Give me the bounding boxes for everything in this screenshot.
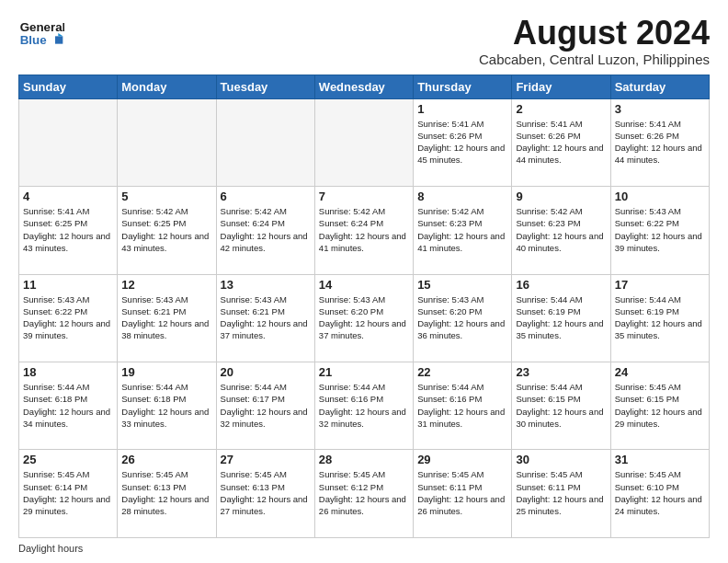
day-number: 4 (23, 190, 113, 203)
day-info: Sunrise: 5:43 AM Sunset: 6:20 PM Dayligh… (417, 293, 507, 342)
calendar-week-4: 18Sunrise: 5:44 AM Sunset: 6:18 PM Dayli… (19, 362, 710, 450)
day-number: 27 (221, 453, 311, 466)
calendar-cell: 24Sunrise: 5:45 AM Sunset: 6:15 PM Dayli… (610, 362, 709, 450)
calendar-cell: 3Sunrise: 5:41 AM Sunset: 6:26 PM Daylig… (610, 98, 709, 186)
calendar-week-2: 4Sunrise: 5:41 AM Sunset: 6:25 PM Daylig… (19, 187, 710, 274)
main-title: August 2024 (479, 15, 710, 52)
day-info: Sunrise: 5:45 AM Sunset: 6:13 PM Dayligh… (221, 468, 311, 517)
calendar-header-friday: Friday (512, 75, 610, 98)
svg-text:Blue: Blue (20, 33, 47, 47)
calendar-header-sunday: Sunday (19, 75, 118, 98)
day-number: 25 (23, 453, 113, 466)
calendar-cell: 12Sunrise: 5:43 AM Sunset: 6:21 PM Dayli… (118, 274, 216, 362)
day-info: Sunrise: 5:45 AM Sunset: 6:11 PM Dayligh… (417, 468, 507, 517)
day-info: Sunrise: 5:43 AM Sunset: 6:22 PM Dayligh… (615, 205, 705, 254)
calendar-cell: 5Sunrise: 5:42 AM Sunset: 6:25 PM Daylig… (118, 187, 216, 274)
day-info: Sunrise: 5:45 AM Sunset: 6:10 PM Dayligh… (615, 468, 705, 517)
day-number: 18 (23, 365, 113, 379)
calendar-cell: 25Sunrise: 5:45 AM Sunset: 6:14 PM Dayli… (19, 450, 118, 538)
calendar-cell: 17Sunrise: 5:44 AM Sunset: 6:19 PM Dayli… (610, 274, 709, 362)
calendar-cell: 11Sunrise: 5:43 AM Sunset: 6:22 PM Dayli… (19, 274, 118, 362)
calendar-week-3: 11Sunrise: 5:43 AM Sunset: 6:22 PM Dayli… (19, 274, 710, 362)
calendar-cell: 4Sunrise: 5:41 AM Sunset: 6:25 PM Daylig… (19, 187, 118, 274)
calendar-cell: 23Sunrise: 5:44 AM Sunset: 6:15 PM Dayli… (512, 362, 610, 450)
header: General Blue August 2024 Cabcaben, Centr… (18, 15, 710, 67)
day-number: 8 (417, 190, 507, 203)
day-info: Sunrise: 5:43 AM Sunset: 6:21 PM Dayligh… (121, 293, 211, 342)
day-number: 29 (417, 453, 507, 466)
day-number: 3 (615, 102, 705, 116)
page: General Blue August 2024 Cabcaben, Centr… (0, 0, 728, 563)
day-info: Sunrise: 5:42 AM Sunset: 6:25 PM Dayligh… (121, 205, 211, 254)
day-info: Sunrise: 5:41 AM Sunset: 6:26 PM Dayligh… (516, 118, 606, 167)
day-info: Sunrise: 5:43 AM Sunset: 6:21 PM Dayligh… (221, 293, 311, 342)
day-number: 23 (516, 365, 606, 379)
title-block: August 2024 Cabcaben, Central Luzon, Phi… (479, 15, 710, 67)
day-number: 5 (121, 190, 211, 203)
calendar-cell: 8Sunrise: 5:42 AM Sunset: 6:23 PM Daylig… (414, 187, 512, 274)
calendar-cell: 18Sunrise: 5:44 AM Sunset: 6:18 PM Dayli… (19, 362, 118, 450)
day-number: 2 (516, 102, 606, 116)
calendar-cell: 1Sunrise: 5:41 AM Sunset: 6:26 PM Daylig… (414, 98, 512, 186)
day-number: 19 (121, 365, 211, 379)
footer: Daylight hours (18, 543, 710, 554)
day-number: 28 (319, 453, 409, 466)
day-info: Sunrise: 5:44 AM Sunset: 6:16 PM Dayligh… (319, 381, 409, 430)
daylight-label: Daylight hours (18, 543, 83, 554)
logo-icon: General Blue (18, 15, 64, 52)
day-number: 17 (615, 278, 705, 292)
svg-marker-2 (55, 36, 63, 43)
calendar-cell: 21Sunrise: 5:44 AM Sunset: 6:16 PM Dayli… (314, 362, 413, 450)
calendar-cell (19, 98, 118, 186)
day-info: Sunrise: 5:41 AM Sunset: 6:26 PM Dayligh… (615, 118, 705, 167)
calendar-cell (216, 98, 314, 186)
calendar-cell: 29Sunrise: 5:45 AM Sunset: 6:11 PM Dayli… (414, 450, 512, 538)
calendar-header-tuesday: Tuesday (216, 75, 314, 98)
calendar-cell: 19Sunrise: 5:44 AM Sunset: 6:18 PM Dayli… (118, 362, 216, 450)
day-number: 30 (516, 453, 606, 466)
day-info: Sunrise: 5:44 AM Sunset: 6:15 PM Dayligh… (516, 381, 606, 430)
day-info: Sunrise: 5:45 AM Sunset: 6:11 PM Dayligh… (516, 468, 606, 517)
calendar-cell: 7Sunrise: 5:42 AM Sunset: 6:24 PM Daylig… (314, 187, 413, 274)
calendar-cell: 9Sunrise: 5:42 AM Sunset: 6:23 PM Daylig… (512, 187, 610, 274)
day-info: Sunrise: 5:42 AM Sunset: 6:24 PM Dayligh… (319, 205, 409, 254)
day-number: 10 (615, 190, 705, 203)
calendar-week-5: 25Sunrise: 5:45 AM Sunset: 6:14 PM Dayli… (19, 450, 710, 538)
calendar-cell: 22Sunrise: 5:44 AM Sunset: 6:16 PM Dayli… (414, 362, 512, 450)
day-info: Sunrise: 5:44 AM Sunset: 6:18 PM Dayligh… (23, 381, 113, 430)
day-number: 7 (319, 190, 409, 203)
day-number: 15 (417, 278, 507, 292)
day-info: Sunrise: 5:44 AM Sunset: 6:17 PM Dayligh… (221, 381, 311, 430)
day-number: 1 (417, 102, 507, 116)
calendar-week-1: 1Sunrise: 5:41 AM Sunset: 6:26 PM Daylig… (19, 98, 710, 186)
day-number: 24 (615, 365, 705, 379)
day-info: Sunrise: 5:45 AM Sunset: 6:15 PM Dayligh… (615, 381, 705, 430)
day-number: 9 (516, 190, 606, 203)
calendar-header-wednesday: Wednesday (314, 75, 413, 98)
calendar-cell: 2Sunrise: 5:41 AM Sunset: 6:26 PM Daylig… (512, 98, 610, 186)
calendar-cell (118, 98, 216, 186)
day-info: Sunrise: 5:42 AM Sunset: 6:23 PM Dayligh… (516, 205, 606, 254)
day-number: 20 (221, 365, 311, 379)
calendar-cell: 28Sunrise: 5:45 AM Sunset: 6:12 PM Dayli… (314, 450, 413, 538)
calendar-cell: 27Sunrise: 5:45 AM Sunset: 6:13 PM Dayli… (216, 450, 314, 538)
day-info: Sunrise: 5:42 AM Sunset: 6:23 PM Dayligh… (417, 205, 507, 254)
day-number: 26 (121, 453, 211, 466)
day-info: Sunrise: 5:44 AM Sunset: 6:18 PM Dayligh… (121, 381, 211, 430)
calendar-header-row: SundayMondayTuesdayWednesdayThursdayFrid… (19, 75, 710, 98)
day-info: Sunrise: 5:42 AM Sunset: 6:24 PM Dayligh… (221, 205, 311, 254)
day-info: Sunrise: 5:45 AM Sunset: 6:12 PM Dayligh… (319, 468, 409, 517)
calendar-cell: 10Sunrise: 5:43 AM Sunset: 6:22 PM Dayli… (610, 187, 709, 274)
day-number: 12 (121, 278, 211, 292)
day-info: Sunrise: 5:44 AM Sunset: 6:19 PM Dayligh… (516, 293, 606, 342)
day-info: Sunrise: 5:45 AM Sunset: 6:13 PM Dayligh… (121, 468, 211, 517)
logo: General Blue (18, 15, 64, 52)
day-number: 22 (417, 365, 507, 379)
calendar-table: SundayMondayTuesdayWednesdayThursdayFrid… (18, 75, 710, 538)
calendar-cell: 6Sunrise: 5:42 AM Sunset: 6:24 PM Daylig… (216, 187, 314, 274)
day-number: 31 (615, 453, 705, 466)
calendar-cell: 14Sunrise: 5:43 AM Sunset: 6:20 PM Dayli… (314, 274, 413, 362)
subtitle: Cabcaben, Central Luzon, Philippines (479, 52, 710, 67)
day-number: 16 (516, 278, 606, 292)
day-number: 21 (319, 365, 409, 379)
